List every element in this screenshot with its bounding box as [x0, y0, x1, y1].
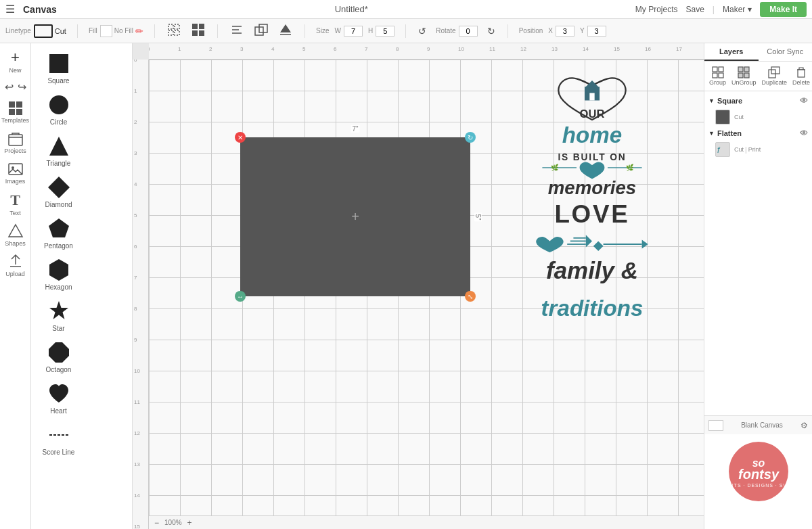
svg-rect-4 [192, 24, 198, 29]
shape-circle[interactable]: Circle [37, 90, 81, 129]
align-button[interactable] [229, 22, 245, 40]
ruler-top-tick-9: 9 [427, 46, 430, 52]
square-thumb [715, 110, 730, 124]
y-input[interactable] [587, 26, 606, 37]
w-input[interactable] [344, 26, 363, 37]
layers-content: ▼ Square 👁 Cut ▼ Flatten 👁 f Cut | Prin [704, 91, 812, 415]
shape-square[interactable]: Square [37, 49, 81, 87]
width-label: 7" [351, 125, 359, 133]
left-panel: + New ↩ ↪ Templates Projects Images T Te… [0, 43, 31, 529]
maker-dropdown[interactable]: Maker ▾ [723, 5, 752, 14]
svg-rect-58 [744, 67, 749, 72]
canvas-content[interactable]: ✕ ↻ ↔ ⤡ + 7" 5" [149, 60, 704, 515]
handle-bottom-right[interactable]: ⤡ [465, 291, 476, 302]
rotate-left-icon[interactable]: ↺ [417, 24, 428, 38]
sidebar-item-text-label: Text [9, 210, 21, 216]
delete-button[interactable]: Delete [790, 64, 812, 88]
sidebar-item-text[interactable]: T Text [1, 189, 30, 219]
shape-hexagon[interactable]: Hexagon [37, 255, 81, 294]
linetype-val: Cut [55, 27, 66, 35]
shape-heart[interactable]: Heart [37, 379, 81, 417]
rotate-right-icon[interactable]: ↻ [486, 24, 497, 38]
sidebar-item-templates[interactable]: Templates [1, 97, 30, 127]
select-all-button[interactable] [166, 22, 182, 40]
ruler-top: 0123456789101112131415161718192021 [149, 43, 704, 60]
shape-triangle[interactable]: Triangle [37, 131, 81, 170]
shape-diamond[interactable]: Diamond [37, 172, 81, 211]
sidebar-item-shapes-label: Shapes [5, 240, 26, 247]
redo-button[interactable]: ↪ [16, 79, 28, 95]
h-input[interactable] [376, 26, 394, 37]
toolbar-sep-6 [508, 24, 508, 38]
svg-text:f: f [717, 145, 721, 155]
make-it-button[interactable]: Make It [760, 2, 807, 17]
canvas-bottom-bar: − 100% + [149, 515, 704, 529]
save-button[interactable]: Save [685, 5, 704, 14]
selected-rectangle[interactable]: ✕ ↻ ↔ ⤡ + 7" 5" [240, 137, 470, 296]
x-input[interactable] [556, 26, 574, 37]
duplicate-button[interactable]: Duplicate [760, 64, 790, 88]
y-label: Y [580, 27, 585, 34]
layer-item-square[interactable]: Cut [704, 108, 812, 127]
ungroup-button[interactable]: UnGroup [729, 64, 759, 88]
my-projects-button[interactable]: My Projects [635, 5, 678, 14]
fill-box [100, 25, 112, 37]
ruler-top-tick-14: 14 [583, 46, 589, 52]
shape-scoreline[interactable]: Score Line [37, 420, 81, 459]
shape-octagon[interactable]: Octagon [37, 338, 81, 376]
maker-label: Maker [723, 5, 745, 14]
sidebar-item-upload[interactable]: Upload [1, 251, 30, 280]
edit-button[interactable] [190, 22, 206, 40]
shape-pentagon[interactable]: Pentagon [37, 214, 81, 252]
menu-icon[interactable]: ☰ [5, 3, 15, 16]
octagon-label: Octagon [46, 366, 72, 373]
svg-rect-5 [199, 24, 204, 29]
undo-button[interactable]: ↩ [3, 79, 15, 95]
layer-item-flatten[interactable]: f Cut | Print [704, 140, 812, 159]
footer-settings-icon[interactable]: ⚙ [800, 421, 808, 430]
linetype-group: Linetype Cut [5, 24, 66, 38]
handle-top-right[interactable]: ↻ [465, 132, 476, 143]
position-label: Position [519, 27, 543, 34]
flatten-visibility-icon[interactable]: 👁 [800, 129, 808, 138]
sidebar-item-shapes[interactable]: Shapes [1, 221, 30, 250]
ruler-left-tick-8: 8 [134, 306, 137, 312]
layer-group-square[interactable]: ▼ Square 👁 [704, 94, 812, 108]
hexagon-shape-icon [47, 258, 71, 282]
rotate-input[interactable] [459, 26, 478, 37]
group-label: Group [709, 79, 726, 86]
delete-icon [795, 66, 807, 78]
svg-text:traditions: traditions [541, 296, 644, 321]
ruler-left-tick-9: 9 [134, 337, 137, 343]
flatten-thumb: f [715, 142, 730, 157]
svg-text:memories: memories [548, 177, 636, 198]
tab-colorsync[interactable]: Color Sync [759, 43, 813, 61]
w-label: W [335, 27, 341, 34]
ruler-left-tick-12: 12 [134, 430, 140, 436]
sidebar-item-projects[interactable]: Projects [1, 128, 30, 157]
flip-button[interactable] [277, 22, 294, 40]
svg-rect-56 [719, 73, 723, 78]
arrange-button[interactable] [253, 22, 269, 40]
circle-shape-icon [47, 93, 71, 117]
fill-label: Fill [89, 27, 97, 34]
svg-text:IS BUILT ON: IS BUILT ON [558, 152, 626, 162]
layer-group-flatten[interactable]: ▼ Flatten 👁 [704, 127, 812, 140]
square-visibility-icon[interactable]: 👁 [800, 96, 808, 106]
zoom-out-button[interactable]: − [154, 518, 159, 528]
size-label: Size [316, 27, 329, 34]
x-label: X [548, 27, 553, 34]
sidebar-item-templates-label: Templates [1, 117, 29, 124]
shape-star[interactable]: Star [37, 296, 81, 335]
handle-bottom-left[interactable]: ↔ [235, 291, 246, 302]
group-icon [712, 66, 724, 78]
zoom-in-button[interactable]: + [187, 518, 192, 528]
sidebar-item-images[interactable]: Images [1, 158, 30, 187]
group-button[interactable]: Group [707, 64, 728, 88]
sidebar-item-new[interactable]: + New [1, 46, 30, 76]
svg-rect-55 [713, 73, 717, 78]
tab-layers[interactable]: Layers [704, 43, 759, 61]
handle-top-left[interactable]: ✕ [235, 132, 246, 143]
projects-icon [7, 131, 24, 147]
upload-icon [7, 254, 24, 270]
